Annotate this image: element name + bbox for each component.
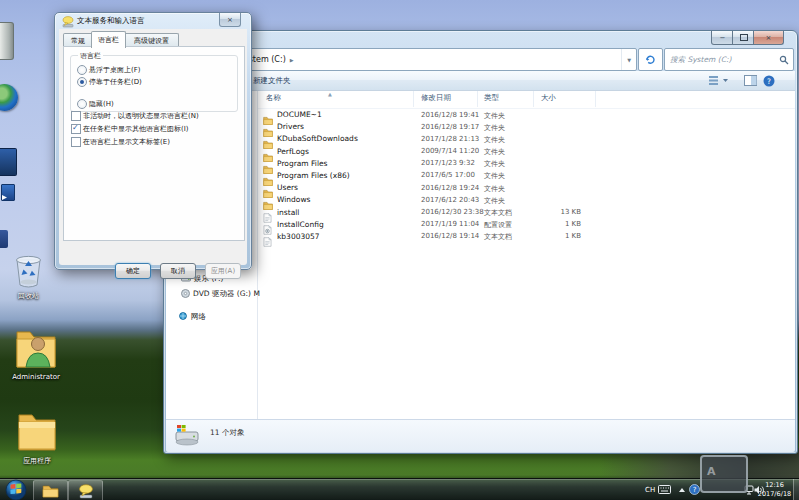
file-row[interactable]: kb3003057 2016/12/8 19:14 文本文档 1 KB [258, 231, 795, 243]
tab-general[interactable]: 常规 [63, 33, 93, 47]
folder-icon [263, 122, 273, 132]
user-folder-icon[interactable] [14, 324, 58, 373]
dialog-body: 常规 语言栏 高级键设置 语言栏 悬浮于桌面上(F) 停靠于任务栏(D) 隐藏(… [59, 29, 247, 265]
refresh-icon [645, 54, 656, 65]
column-header-date[interactable]: 修改日期 [421, 93, 451, 103]
language-bar-glyph: A [707, 465, 716, 478]
help-icon: ? [763, 75, 775, 87]
radio-hidden[interactable] [77, 99, 87, 109]
radio-dock-in-taskbar[interactable] [77, 77, 87, 87]
search-input[interactable] [665, 55, 779, 64]
checkbox-label[interactable]: 在任务栏中显示其他语言栏图标(I) [83, 124, 189, 134]
file-type: 文本文档 [484, 208, 512, 218]
folder-icon[interactable] [16, 408, 58, 455]
tray-language-indicator[interactable]: CH [645, 486, 655, 494]
file-row[interactable]: Users 2016/12/8 19:24 文件夹 [258, 182, 795, 194]
file-type: 文本文档 [484, 232, 512, 242]
tab-language-bar[interactable]: 语言栏 [91, 31, 126, 48]
file-row[interactable]: InstallConfig 2017/1/19 11:04 配置设置 1 KB [258, 219, 795, 231]
radio-float-on-desktop[interactable] [77, 65, 87, 75]
column-header-size[interactable]: 大小 [541, 93, 556, 103]
folder-icon [263, 159, 273, 169]
refresh-button[interactable] [638, 48, 663, 71]
radio-label[interactable]: 悬浮于桌面上(F) [89, 65, 141, 75]
tab-advanced-key-settings[interactable]: 高级键设置 [124, 33, 179, 47]
dialog-close-button[interactable]: × [219, 13, 241, 27]
file-row[interactable]: Program Files (x86) 2017/6/5 17:00 文件夹 [258, 170, 795, 182]
sidebar-item-dvd-drive[interactable]: DVD 驱动器 (G:) M [181, 288, 260, 299]
file-row[interactable]: Drivers 2016/12/8 19:17 文件夹 [258, 121, 795, 133]
file-date: 2017/6/5 17:00 [421, 171, 475, 179]
taskbar-explorer-button[interactable] [33, 480, 68, 500]
checkbox-label[interactable]: 在语言栏上显示文本标签(E) [83, 137, 170, 147]
explorer-folder-icon [42, 484, 59, 498]
checkbox-show-text-labels[interactable] [71, 137, 81, 147]
show-desktop-button[interactable] [793, 479, 799, 500]
ok-button[interactable]: 确定 [115, 263, 151, 279]
file-type: 文件夹 [484, 111, 505, 121]
disc-icon [181, 289, 190, 298]
file-row[interactable]: KDubaSoftDownloads 2017/1/28 21:13 文件夹 [258, 133, 795, 145]
help-button[interactable]: ? [763, 74, 775, 87]
dialog-title: 文本服务和输入语言 [77, 16, 145, 26]
file-date: 2017/1/28 21:13 [421, 135, 479, 143]
desktop-icon-label[interactable]: 回收站 [0, 291, 57, 301]
column-header-type[interactable]: 类型 [484, 93, 499, 103]
tab-page-language-bar: 语言栏 悬浮于桌面上(F) 停靠于任务栏(D) 隐藏(H) 非活动时，以透明状态… [63, 46, 245, 241]
file-date: 2017/1/19 11:04 [421, 220, 479, 228]
desktop-icon-partial-shortcut[interactable] [1, 184, 15, 201]
radio-label[interactable]: 停靠于任务栏(D) [89, 77, 142, 87]
breadcrumb-arrow-icon: ▶ [286, 57, 298, 63]
file-type: 文件夹 [484, 159, 505, 169]
file-row[interactable]: Windows 2017/6/12 20:43 文件夹 [258, 194, 795, 206]
file-row[interactable]: install 2016/12/30 23:38 文本文档 13 KB [258, 207, 795, 219]
checkbox-show-extra-language-bar-icons[interactable] [71, 124, 81, 134]
taskbar-language-dialog-button[interactable] [68, 480, 103, 500]
network-icon [178, 312, 188, 321]
maximize-icon [740, 34, 748, 41]
file-date: 2017/1/23 9:32 [421, 159, 475, 167]
new-folder-button[interactable]: 新建文件夹 [253, 76, 291, 86]
checkbox-label[interactable]: 非活动时，以透明状态显示语言栏(N) [83, 111, 199, 121]
start-button[interactable] [4, 479, 28, 500]
desktop-icon-partial[interactable] [0, 230, 8, 248]
folder-icon [263, 171, 273, 181]
window-close-button[interactable]: × [753, 31, 784, 45]
file-type: 文件夹 [484, 135, 505, 145]
preview-pane-icon [744, 75, 757, 86]
file-name: KDubaSoftDownloads [277, 134, 358, 143]
file-date: 2017/6/12 20:43 [421, 196, 479, 204]
file-type: 文件夹 [484, 184, 505, 194]
column-header-name[interactable]: 名称 [266, 93, 281, 103]
checkbox-transparent-when-inactive[interactable] [71, 111, 81, 121]
explorer-window: − × ▶ System (C:) ▶ ▼ 新建文件夹 [163, 30, 798, 454]
window-maximize-button[interactable] [732, 31, 755, 45]
toolbar: 新建文件夹 ? [166, 71, 795, 91]
folder-icon [263, 110, 273, 120]
breadcrumb-dropdown-icon[interactable]: ▼ [621, 49, 636, 70]
recycle-bin-icon[interactable] [12, 251, 45, 290]
file-row[interactable]: PerfLogs 2009/7/14 11:20 文件夹 [258, 146, 795, 158]
file-list: DOCUME~1 2016/12/8 19:41 文件夹 Drivers 201… [258, 109, 795, 243]
window-minimize-button[interactable]: − [711, 31, 734, 45]
keyboard-icon[interactable] [658, 485, 671, 494]
tray-clock[interactable]: 12:16 2017/6/18 [756, 481, 793, 499]
radio-label[interactable]: 隐藏(H) [89, 99, 114, 109]
desktop-icon-partial-pc[interactable] [0, 22, 14, 60]
text-services-dialog: 文本服务和输入语言 × 常规 语言栏 高级键设置 语言栏 悬浮于桌面上(F) 停… [54, 12, 252, 270]
sidebar-item-network[interactable]: 网络 [178, 311, 206, 322]
tray-help-icon[interactable]: ? [689, 484, 700, 495]
cancel-button[interactable]: 取消 [160, 263, 196, 279]
preview-pane-button[interactable] [744, 74, 757, 87]
desktop-icon-label[interactable]: Administrator [0, 373, 72, 381]
file-row[interactable]: DOCUME~1 2016/12/8 19:41 文件夹 [258, 109, 795, 121]
folder-icon [263, 147, 273, 157]
breadcrumb[interactable]: ▶ System (C:) ▶ ▼ [226, 48, 637, 71]
floating-language-bar[interactable]: A [700, 455, 748, 493]
hidden-icons-arrow[interactable] [678, 487, 686, 493]
desktop-icon-partial-monitor[interactable] [0, 148, 17, 176]
desktop-icon-label[interactable]: 应用程序 [0, 456, 74, 466]
folder-icon [263, 134, 273, 144]
file-row[interactable]: Program Files 2017/1/23 9:32 文件夹 [258, 158, 795, 170]
view-selector-button[interactable] [709, 74, 729, 87]
